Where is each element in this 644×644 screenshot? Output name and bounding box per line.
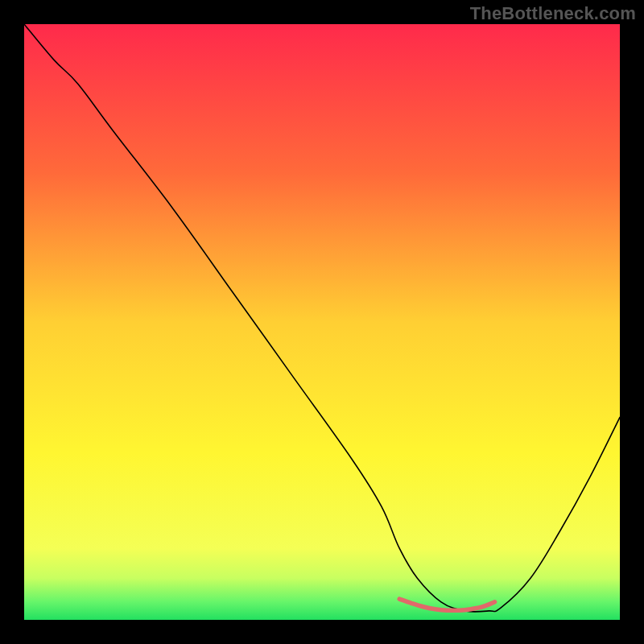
gradient-background [24, 24, 620, 620]
watermark-text: TheBottleneck.com [470, 3, 636, 24]
chart-svg [24, 24, 620, 620]
chart-frame: TheBottleneck.com [0, 0, 644, 644]
plot-area [24, 24, 620, 620]
